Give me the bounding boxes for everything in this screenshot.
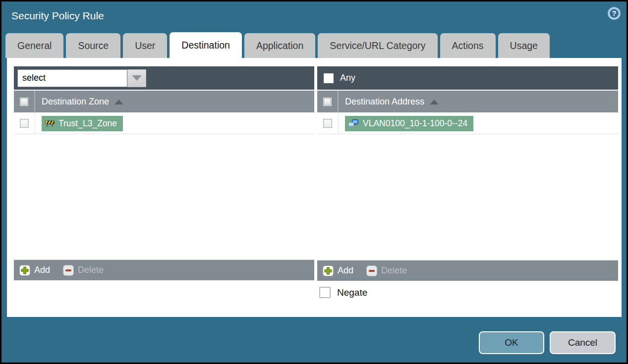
tab-source[interactable]: Source xyxy=(66,33,120,58)
tab-actions[interactable]: Actions xyxy=(440,33,496,58)
address-column-title: Destination Address xyxy=(345,97,424,107)
zone-select-dropdown-button[interactable] xyxy=(127,69,146,87)
negate-label: Negate xyxy=(337,287,367,298)
add-icon xyxy=(323,265,334,276)
help-icon[interactable]: ? xyxy=(607,6,621,20)
tab-service-url-category[interactable]: Service/URL Category xyxy=(318,33,437,58)
cancel-button[interactable]: Cancel xyxy=(550,331,616,354)
address-delete-button[interactable]: Delete xyxy=(366,265,407,276)
address-add-label: Add xyxy=(338,265,353,276)
address-grid-header: Destination Address xyxy=(317,90,618,112)
zone-select-combo[interactable]: select xyxy=(17,69,146,87)
negate-checkbox[interactable] xyxy=(319,287,331,298)
network-computers-icon xyxy=(348,119,359,128)
zone-column-title: Destination Zone xyxy=(42,97,109,107)
destination-address-panel: Any Destination Address xyxy=(317,66,618,281)
address-delete-label: Delete xyxy=(381,265,407,276)
zone-select-all-checkbox[interactable] xyxy=(20,98,28,106)
address-chip-label: VLAN0100_10-1-100-0--24 xyxy=(363,118,467,129)
zone-footer-toolbar: Add Delete xyxy=(14,260,314,280)
svg-text:?: ? xyxy=(612,9,617,17)
destination-tab-panel: select Destination Zone xyxy=(7,58,622,317)
destination-zone-panel: select Destination Zone xyxy=(14,66,314,280)
delete-icon xyxy=(63,265,74,276)
any-label: Any xyxy=(340,73,355,83)
address-select-all-checkbox[interactable] xyxy=(323,98,332,106)
zone-filter-bar: select xyxy=(14,66,314,90)
any-checkbox[interactable] xyxy=(324,73,334,83)
zone-select-input[interactable]: select xyxy=(17,69,127,87)
tab-destination[interactable]: Destination xyxy=(170,32,242,58)
delete-icon xyxy=(366,265,377,276)
zone-add-button[interactable]: Add xyxy=(19,265,50,276)
zone-chip-label: Trust_L3_Zone xyxy=(58,118,117,129)
negate-option: Negate xyxy=(319,287,367,298)
titlebar: Security Policy Rule ? xyxy=(1,1,627,31)
dropdown-arrow-icon xyxy=(132,75,142,81)
tab-general[interactable]: General xyxy=(5,33,63,58)
zone-delete-label: Delete xyxy=(78,265,104,275)
sort-asc-icon[interactable] xyxy=(430,100,439,104)
tab-usage[interactable]: Usage xyxy=(498,33,550,58)
zone-row-checkbox[interactable] xyxy=(20,119,29,128)
zone-chip[interactable]: Trust_L3_Zone xyxy=(42,116,123,131)
sort-asc-icon[interactable] xyxy=(114,100,123,104)
dialog-window: Security Policy Rule ? General Source Us… xyxy=(1,1,627,363)
address-any-bar: Any xyxy=(317,66,618,90)
zone-barrier-icon xyxy=(45,119,55,127)
address-footer-toolbar: Add Delete xyxy=(317,260,618,281)
address-chip[interactable]: VLAN0100_10-1-100-0--24 xyxy=(345,116,473,131)
dialog-title: Security Policy Rule xyxy=(11,10,104,22)
address-grid-body: VLAN0100_10-1-100-0--24 xyxy=(317,112,618,260)
tab-user[interactable]: User xyxy=(123,33,167,58)
zone-grid-body: Trust_L3_Zone xyxy=(14,112,314,260)
add-icon xyxy=(19,265,30,276)
tab-application[interactable]: Application xyxy=(244,33,315,58)
address-add-button[interactable]: Add xyxy=(323,265,353,276)
ok-button[interactable]: OK xyxy=(479,331,544,354)
zone-grid-header: Destination Zone xyxy=(14,90,314,112)
table-row[interactable]: Trust_L3_Zone xyxy=(14,113,314,134)
address-row-checkbox[interactable] xyxy=(323,119,332,128)
zone-delete-button[interactable]: Delete xyxy=(63,265,104,276)
table-row[interactable]: VLAN0100_10-1-100-0--24 xyxy=(317,113,618,134)
tab-bar: General Source User Destination Applicat… xyxy=(5,32,623,58)
zone-add-label: Add xyxy=(34,265,50,275)
